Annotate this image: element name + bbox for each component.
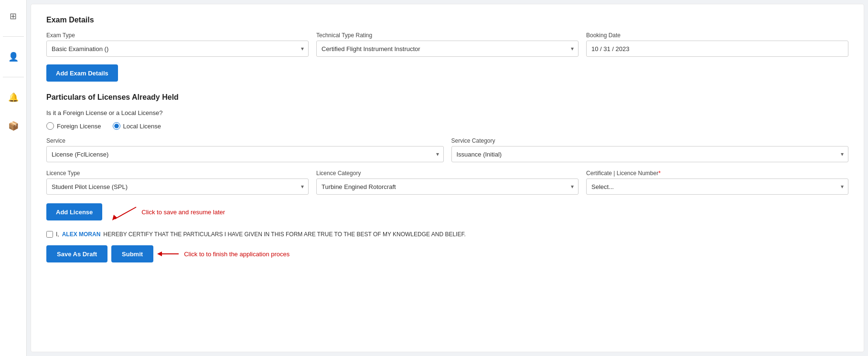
person-icon[interactable]: 👤 — [5, 48, 22, 65]
add-exam-button[interactable]: Add Exam Details — [46, 64, 118, 82]
service-category-label: Service Category — [451, 137, 849, 144]
foreign-license-label: Foreign License — [57, 123, 101, 130]
service-category-select[interactable]: Issuance (Initial) — [451, 146, 849, 162]
booking-date-group: Booking Date 10 / 31 / 2023 — [586, 32, 848, 57]
add-license-row: Add License Click to save and resume lat… — [46, 202, 848, 221]
licence-details-row: Licence Type Student Pilot License (SPL)… — [46, 170, 848, 195]
save-annotation-text: Click to save and resume later — [141, 209, 225, 216]
main-content: Exam Details Exam Type Basic Examination… — [31, 4, 864, 352]
licence-category-group: Licence Category Turbine Engined Rotorcr… — [316, 170, 579, 195]
exam-type-label: Exam Type — [46, 32, 309, 39]
license-question: Is it a Foreign License or a Local Licen… — [46, 109, 848, 116]
box-icon[interactable]: 📦 — [5, 117, 22, 135]
licence-type-select[interactable]: Student Pilot License (SPL) — [46, 178, 309, 195]
sidebar-divider-1 — [3, 36, 24, 37]
cert-prefix: I, — [56, 231, 59, 238]
certificate-number-select[interactable]: Select... — [586, 178, 848, 195]
local-license-label: Local License — [123, 123, 161, 130]
licence-type-group: Licence Type Student Pilot License (SPL) — [46, 170, 309, 195]
bottom-action-row: Save As Draft Submit Click to to finish … — [46, 245, 848, 262]
submit-annotation-block: Click to to finish the application proce… — [157, 247, 289, 261]
service-category-group: Service Category Issuance (Initial) — [451, 137, 849, 162]
service-group: Service License (FclLicense) — [46, 137, 444, 162]
particulars-title: Particulars of Licenses Already Held — [46, 93, 848, 102]
svg-line-0 — [115, 207, 136, 219]
save-as-draft-button[interactable]: Save As Draft — [46, 245, 107, 262]
local-license-radio[interactable] — [113, 122, 120, 130]
svg-marker-1 — [112, 215, 117, 220]
service-row: Service License (FclLicense) Service Cat… — [46, 137, 848, 162]
svg-marker-3 — [157, 251, 162, 256]
add-exam-row: Add Exam Details — [46, 64, 848, 82]
exam-details-title: Exam Details — [46, 16, 848, 24]
bell-icon[interactable]: 🔔 — [5, 89, 22, 106]
technical-type-label: Technical Type Rating — [316, 32, 579, 39]
local-license-radio-label[interactable]: Local License — [113, 122, 161, 130]
exam-details-row: Exam Type Basic Examination () Technical… — [46, 32, 848, 57]
foreign-license-radio[interactable] — [46, 122, 54, 130]
technical-type-select[interactable]: Certified Flight Instrument Instructor — [316, 41, 579, 57]
save-annotation-block: Click to save and resume later — [110, 202, 225, 221]
technical-type-group: Technical Type Rating Certified Flight I… — [316, 32, 579, 57]
certificate-number-label: Certificate | Licence Number* — [586, 170, 848, 177]
certification-row: I, ALEX MORAN HEREBY CERTIFY THAT THE PA… — [46, 231, 848, 238]
service-select[interactable]: License (FclLicense) — [46, 146, 444, 162]
booking-date-input[interactable]: 10 / 31 / 2023 — [586, 41, 848, 57]
bottom-buttons: Save As Draft Submit — [46, 245, 153, 262]
cert-suffix: HEREBY CERTIFY THAT THE PARTICULARS I HA… — [103, 231, 465, 238]
foreign-license-radio-label[interactable]: Foreign License — [46, 122, 101, 130]
exam-type-group: Exam Type Basic Examination () — [46, 32, 309, 57]
cert-name: ALEX MORAN — [62, 231, 101, 238]
certification-checkbox[interactable] — [46, 231, 53, 238]
submit-button[interactable]: Submit — [111, 245, 153, 262]
licence-type-label: Licence Type — [46, 170, 309, 177]
sidebar: ⊞ 👤 🔔 📦 — [0, 0, 27, 356]
certificate-number-group: Certificate | Licence Number* Select... — [586, 170, 848, 195]
submit-arrow-icon — [157, 247, 181, 261]
service-label: Service — [46, 137, 444, 144]
grid-icon[interactable]: ⊞ — [5, 8, 22, 25]
booking-date-label: Booking Date — [586, 32, 848, 39]
license-type-radio-group: Foreign License Local License — [46, 122, 848, 130]
exam-type-select[interactable]: Basic Examination () — [46, 41, 309, 57]
submit-annotation-text: Click to to finish the application proce… — [184, 251, 289, 258]
sidebar-divider-2 — [3, 77, 24, 77]
licence-category-select[interactable]: Turbine Engined Rotorcraft — [316, 178, 579, 195]
licence-category-label: Licence Category — [316, 170, 579, 177]
save-arrow-icon — [110, 202, 139, 221]
add-license-button[interactable]: Add License — [46, 203, 102, 220]
